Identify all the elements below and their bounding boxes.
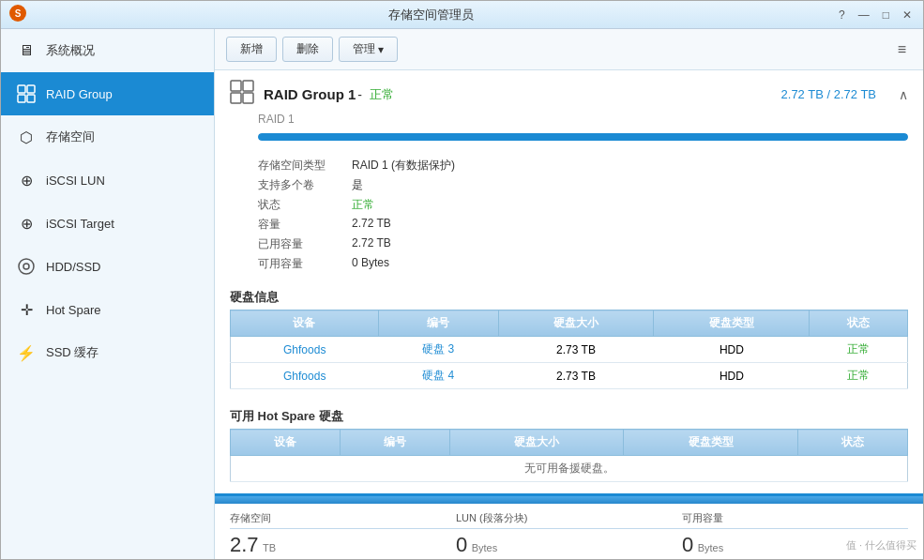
disk-table-body: Ghfoods 硬盘 3 2.73 TB HDD 正常 Ghfoods 硬盘 4… [231, 337, 908, 389]
raid-progress-bar [258, 133, 908, 141]
detail-row-multi-volume: 支持多个卷 是 [258, 175, 908, 195]
table-row: Ghfoods 硬盘 3 2.73 TB HDD 正常 [231, 337, 908, 363]
sidebar-item-storage-space[interactable]: ⬡ 存储空间 [1, 115, 214, 159]
detail-row-capacity: 容量 2.72 TB [258, 215, 908, 235]
iscsi-lun-icon: ⊕ [16, 170, 37, 190]
sidebar-item-label: 系统概况 [46, 42, 95, 59]
hs-col-device: 设备 [231, 430, 341, 456]
disk-type: HDD [654, 337, 810, 363]
sidebar-item-label: HDD/SSD [46, 260, 101, 274]
bottom-col-value: 0 Bytes [456, 533, 682, 557]
hot-spare-table-header: 设备 编号 硬盘大小 硬盘类型 状态 [231, 430, 908, 456]
sidebar-item-label: RAID Group [46, 87, 113, 101]
svg-point-6 [19, 259, 34, 274]
detail-row-type: 存储空间类型 RAID 1 (有数据保护) [258, 156, 908, 175]
raid-capacity: 2.72 TB / 2.72 TB [781, 87, 876, 101]
hs-col-status: 状态 [797, 430, 907, 456]
disk-number: 硬盘 4 [378, 363, 498, 389]
raid-progress-fill [258, 133, 908, 141]
svg-rect-5 [27, 95, 35, 102]
system-overview-icon: 🖥 [16, 40, 37, 61]
toolbar: 新增 删除 管理 ▾ ≡ [215, 29, 923, 70]
disk-table-header: 设备 编号 硬盘大小 硬盘类型 状态 [231, 310, 908, 337]
bottom-col-label: 可用容量 [682, 511, 908, 529]
sidebar-item-label: SSD 缓存 [46, 344, 98, 361]
sidebar-item-hdd-ssd[interactable]: HDD/SSD [1, 245, 214, 288]
storage-space-icon: ⬡ [16, 127, 37, 147]
toolbar-right: ≡ [892, 41, 912, 58]
hot-spare-table-body: 无可用备援硬盘。 [231, 456, 908, 482]
sidebar-item-label: iSCSI LUN [46, 174, 105, 188]
sort-icon[interactable]: ≡ [892, 39, 912, 59]
add-button[interactable]: 新增 [226, 37, 277, 62]
raid-card: RAID Group 1 - 正常 2.72 TB / 2.72 TB ∧ RA… [215, 70, 923, 559]
raid-subtitle: RAID 1 [215, 113, 923, 133]
disk-info-title: 硬盘信息 [215, 281, 923, 310]
sidebar-item-label: 存储空间 [46, 129, 95, 145]
maximize-button[interactable]: □ [879, 8, 893, 22]
col-number: 编号 [378, 310, 498, 337]
bottom-col-label: 存储空间 [230, 511, 456, 529]
bottom-col: 存储空间 2.7 TB [230, 511, 456, 557]
disk-device: Ghfoods [231, 337, 379, 363]
hdd-ssd-icon [16, 256, 37, 277]
hot-spare-empty-msg: 无可用备援硬盘。 [231, 456, 908, 482]
bottom-bar-accent [215, 496, 923, 504]
raid-sep: - [357, 87, 362, 102]
disk-info-table: 设备 编号 硬盘大小 硬盘类型 状态 Ghfoods 硬盘 3 2.73 TB … [230, 310, 908, 389]
svg-text:S: S [15, 8, 22, 19]
raid-status: 正常 [370, 86, 394, 103]
col-device: 设备 [231, 310, 379, 337]
hs-col-number: 编号 [341, 430, 450, 456]
raid-toggle-button[interactable]: ∧ [899, 87, 908, 102]
disk-status: 正常 [810, 337, 908, 363]
detail-row-available-capacity: 可用容量 0 Bytes [258, 254, 908, 274]
close-button[interactable]: ✕ [899, 8, 916, 22]
sidebar-item-raid-group[interactable]: RAID Group [1, 72, 214, 115]
content-area: 🖥 系统概况 RAID Group ⬡ 存储空间 [1, 29, 923, 559]
sidebar: 🖥 系统概况 RAID Group ⬡ 存储空间 [1, 29, 215, 559]
detail-row-status: 状态 正常 [258, 195, 908, 215]
bottom-columns: 存储空间 2.7 TB LUN (段落分块) 0 Bytes 可用容量 0 By… [215, 504, 923, 559]
hot-spare-table: 设备 编号 硬盘大小 硬盘类型 状态 无可用备援硬盘。 [230, 429, 908, 482]
detail-row-used-capacity: 已用容量 2.72 TB [258, 235, 908, 254]
sidebar-item-iscsi-target[interactable]: ⊕ iSCSI Target [1, 202, 214, 245]
sidebar-item-iscsi-lun[interactable]: ⊕ iSCSI LUN [1, 159, 214, 202]
bottom-col: LUN (段落分块) 0 Bytes [456, 511, 682, 557]
help-button[interactable]: ? [835, 8, 849, 22]
sidebar-item-hot-spare[interactable]: ✛ Hot Spare [1, 288, 214, 331]
hot-spare-icon: ✛ [16, 299, 37, 320]
col-type: 硬盘类型 [654, 310, 810, 337]
hot-spare-title: 可用 Hot Spare 硬盘 [215, 401, 923, 429]
bottom-col-value: 2.7 TB [230, 533, 456, 557]
watermark: 值 · 什么值得买 [846, 538, 916, 552]
app-logo: S [8, 4, 27, 26]
sidebar-item-ssd-cache[interactable]: ⚡ SSD 缓存 [1, 331, 214, 374]
sidebar-item-label: Hot Spare [46, 303, 101, 317]
svg-rect-3 [27, 85, 35, 93]
window-controls: ? — □ ✕ [835, 8, 916, 22]
hs-col-type: 硬盘类型 [624, 430, 797, 456]
sidebar-item-label: iSCSI Target [46, 217, 114, 231]
delete-button[interactable]: 删除 [282, 37, 333, 62]
raid-title: RAID Group 1 [264, 86, 356, 102]
minimize-button[interactable]: — [855, 8, 873, 22]
svg-rect-4 [18, 95, 25, 102]
sidebar-item-system-overview[interactable]: 🖥 系统概况 [1, 29, 214, 72]
col-status: 状态 [810, 310, 908, 337]
raid-header: RAID Group 1 - 正常 2.72 TB / 2.72 TB ∧ [215, 70, 923, 113]
bottom-col-label: LUN (段落分块) [456, 511, 682, 529]
disk-size: 2.73 TB [498, 363, 654, 389]
disk-device: Ghfoods [231, 363, 379, 389]
svg-rect-10 [231, 93, 241, 103]
iscsi-target-icon: ⊕ [16, 213, 37, 234]
main-panel: 新增 删除 管理 ▾ ≡ [215, 29, 923, 559]
disk-number: 硬盘 3 [378, 337, 498, 363]
raid-details: 存储空间类型 RAID 1 (有数据保护) 支持多个卷 是 状态 正常 容量 [215, 152, 923, 281]
bottom-section: 存储空间 2.7 TB LUN (段落分块) 0 Bytes 可用容量 0 By… [215, 493, 923, 559]
main-window: S 存储空间管理员 ? — □ ✕ 🖥 系统概况 [0, 0, 924, 560]
raid-group-icon [16, 83, 37, 104]
svg-rect-8 [231, 81, 241, 91]
svg-rect-9 [243, 81, 253, 91]
manage-button[interactable]: 管理 ▾ [339, 37, 398, 62]
